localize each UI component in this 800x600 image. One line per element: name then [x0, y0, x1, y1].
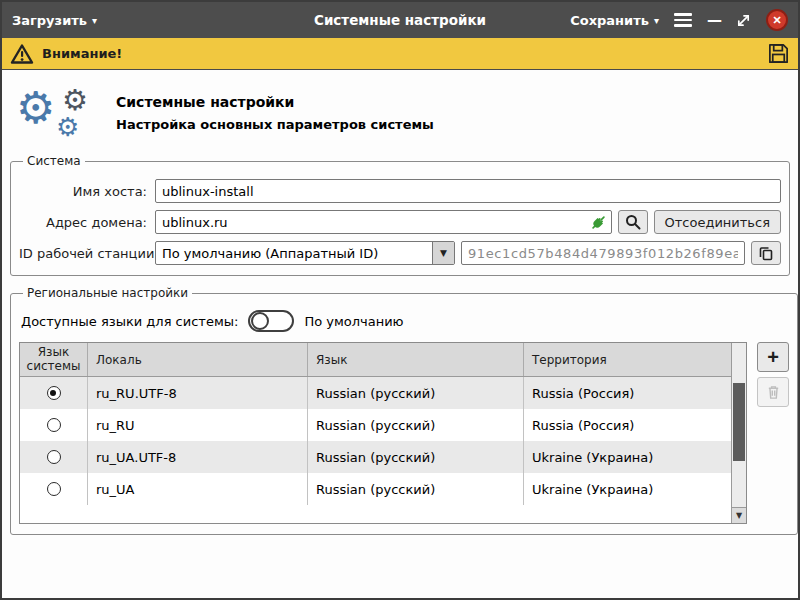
titlebar: Загрузить ▾ Системные настройки Сохранит…	[2, 2, 798, 38]
combo-arrow-icon: ▼	[432, 242, 454, 264]
caret-down-icon: ▾	[654, 15, 659, 26]
page-title: Системные настройки	[116, 94, 434, 110]
column-header-system-language: Язык системы	[20, 343, 88, 376]
table-row[interactable]: ru_RU Russian (русский) Russia (Россия)	[20, 409, 731, 441]
domain-label: Адрес домена:	[19, 215, 147, 230]
column-header-locale: Локаль	[88, 343, 308, 376]
table-row[interactable]: ru_UA Russian (русский) Ukraine (Украина…	[20, 473, 731, 505]
locale-radio[interactable]	[47, 418, 61, 432]
system-language-cell	[20, 473, 88, 505]
column-header-language: Язык	[308, 343, 524, 376]
save-button[interactable]: Сохранить ▾	[570, 13, 659, 28]
locale-cell: ru_RU	[88, 409, 308, 441]
menu-button[interactable]	[674, 13, 692, 27]
language-cell: Russian (русский)	[308, 473, 524, 505]
quick-save-button[interactable]	[767, 42, 790, 65]
toggle-knob	[251, 312, 269, 330]
delete-locale-button[interactable]	[757, 377, 789, 407]
domain-input[interactable]	[155, 210, 612, 234]
window-title: Системные настройки	[314, 12, 486, 28]
page-subtitle: Настройка основных параметров системы	[116, 117, 434, 132]
table-row[interactable]: ru_RU.UTF-8 Russian (русский) Russia (Ро…	[20, 377, 731, 409]
gears-icon: ⚙ ⚙ ⚙	[14, 84, 102, 142]
gear-icon: ⚙	[16, 86, 55, 130]
locales-table: Язык системы Локаль Язык Территория ru_R…	[19, 342, 747, 524]
scroll-down-button[interactable]: ▼	[732, 507, 746, 523]
locale-radio[interactable]	[47, 386, 61, 400]
search-icon	[625, 214, 641, 230]
minimize-button[interactable]: —	[707, 11, 721, 29]
add-locale-button[interactable]: +	[757, 342, 789, 372]
minimize-icon: —	[707, 11, 721, 29]
gear-icon: ⚙	[62, 86, 88, 115]
locales-table-header: Язык системы Локаль Язык Территория	[20, 343, 731, 377]
maximize-button[interactable]	[736, 13, 751, 28]
locale-cell: ru_RU.UTF-8	[88, 377, 308, 409]
vertical-scrollbar[interactable]: ▼	[731, 343, 746, 523]
language-cell: Russian (русский)	[308, 409, 524, 441]
locales-table-body: ru_RU.UTF-8 Russian (русский) Russia (Ро…	[20, 377, 731, 505]
search-domain-button[interactable]	[618, 210, 648, 234]
main-content: ⚙ ⚙ ⚙ Системные настройки Настройка осно…	[2, 70, 798, 598]
floppy-save-icon	[767, 42, 790, 65]
locale-cell: ru_UA.UTF-8	[88, 441, 308, 473]
close-icon: ✕	[772, 14, 781, 27]
language-cell: Russian (русский)	[308, 377, 524, 409]
close-button[interactable]: ✕	[766, 9, 788, 31]
copy-icon	[758, 245, 774, 261]
gear-icon: ⚙	[56, 114, 79, 140]
regional-group-legend: Региональные настройки	[23, 286, 192, 300]
warning-label: Внимание!	[42, 46, 759, 61]
disconnect-button[interactable]: Отсоединиться	[654, 210, 782, 234]
caret-down-icon: ▾	[92, 15, 97, 26]
territory-cell: Russia (Россия)	[524, 377, 731, 409]
hamburger-icon	[674, 13, 692, 27]
station-id-value-field[interactable]	[461, 241, 745, 265]
station-id-label: ID рабочей станции:	[19, 246, 147, 261]
territory-cell: Russia (Россия)	[524, 409, 731, 441]
locale-radio[interactable]	[47, 450, 61, 464]
plus-icon: +	[767, 346, 779, 369]
locale-cell: ru_UA	[88, 473, 308, 505]
load-button[interactable]: Загрузить ▾	[12, 13, 97, 28]
load-button-label: Загрузить	[12, 13, 87, 28]
station-id-select[interactable]: По умолчанию (Аппаратный ID) ▼	[155, 241, 455, 265]
scroll-down-icon: ▼	[736, 511, 742, 520]
system-group: Система Имя хоста: Адрес домена:	[10, 154, 790, 276]
expand-icon	[736, 13, 751, 28]
toggle-state-label: По умолчанию	[304, 314, 403, 329]
locale-radio[interactable]	[47, 482, 61, 496]
connected-plug-icon	[590, 214, 607, 231]
page-header: ⚙ ⚙ ⚙ Системные настройки Настройка осно…	[8, 76, 792, 154]
languages-label: Доступные языки для системы:	[21, 314, 238, 329]
regional-group: Региональные настройки Доступные языки д…	[10, 286, 798, 535]
languages-toggle[interactable]	[248, 310, 294, 332]
territory-cell: Ukraine (Украина)	[524, 473, 731, 505]
save-button-label: Сохранить	[570, 13, 649, 28]
territory-cell: Ukraine (Украина)	[524, 441, 731, 473]
system-language-cell	[20, 441, 88, 473]
system-language-cell	[20, 409, 88, 441]
language-cell: Russian (русский)	[308, 441, 524, 473]
station-id-select-value: По умолчанию (Аппаратный ID)	[156, 242, 432, 264]
column-header-territory: Территория	[524, 343, 731, 376]
system-group-legend: Система	[23, 154, 85, 168]
copy-id-button[interactable]	[751, 241, 781, 265]
trash-icon	[766, 384, 781, 400]
scrollbar-thumb[interactable]	[733, 383, 745, 461]
warning-bar: Внимание!	[2, 38, 798, 70]
warning-icon	[10, 43, 34, 65]
hostname-label: Имя хоста:	[19, 184, 147, 199]
system-language-cell	[20, 377, 88, 409]
system-settings-window: Загрузить ▾ Системные настройки Сохранит…	[0, 0, 800, 600]
table-row[interactable]: ru_UA.UTF-8 Russian (русский) Ukraine (У…	[20, 441, 731, 473]
hostname-input[interactable]	[155, 179, 781, 203]
